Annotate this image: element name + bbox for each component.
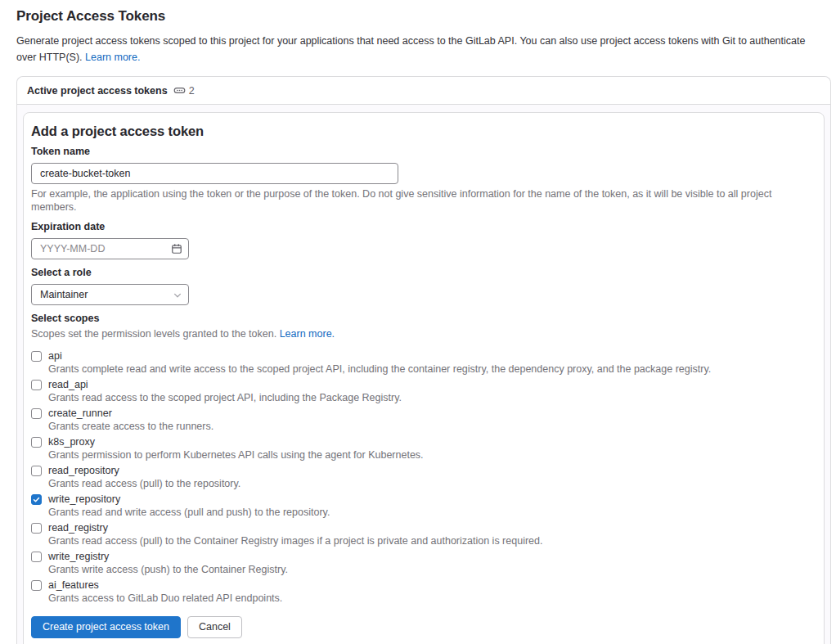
active-tokens-card-body: Add a project access token Token name Fo… [17,105,830,644]
scope-item-write-registry: write_registry Grants write access (push… [31,551,816,576]
scope-name[interactable]: api [48,350,62,363]
scope-checkbox[interactable] [31,523,42,534]
scope-name[interactable]: ai_features [48,579,99,592]
scope-checkbox[interactable] [31,380,42,390]
page-description: Generate project access tokens scoped to… [16,33,822,65]
scope-checkbox[interactable] [31,466,42,476]
page-title: Project Access Tokens [16,8,831,25]
scope-item-create-runner: create_runner Grants create access to th… [31,408,816,433]
token-name-group: Token name For example, the application … [31,146,816,214]
scope-checkbox[interactable] [31,437,42,448]
scope-checkbox[interactable] [31,408,42,419]
scope-item-read-api: read_api Grants read access to the scope… [31,379,816,404]
expiration-date-group: Expiration date [31,221,816,259]
token-name-input[interactable] [31,163,398,184]
token-count-badge: 2 [173,84,195,97]
role-selected-value: Maintainer [40,289,88,300]
token-name-label: Token name [31,146,816,158]
scope-description: Grants read access (pull) to the Contain… [48,535,813,547]
scope-item-k8s-proxy: k8s_proxy Grants permission to perform K… [31,436,816,462]
scope-name[interactable]: create_runner [48,408,112,420]
scope-checkbox[interactable] [31,494,42,505]
scopes-label: Select scopes [31,313,816,325]
scope-checkbox[interactable] [31,580,42,591]
scope-description: Grants read access to the scoped project… [48,392,813,404]
expiration-date-input[interactable] [31,238,189,259]
active-tokens-card-header: Active project access tokens 2 [17,77,830,105]
expiration-date-label: Expiration date [31,221,816,233]
scope-description: Grants access to GitLab Duo related API … [48,592,813,605]
scope-name[interactable]: k8s_proxy [48,436,95,448]
role-select[interactable]: Maintainer [31,284,189,305]
scope-name[interactable]: write_repository [48,493,120,506]
scope-description: Grants read and write access (pull and p… [48,507,813,519]
role-label: Select a role [31,267,816,279]
scope-description: Grants write access (push) to the Contai… [48,564,813,576]
scope-description: Grants complete read and write access to… [48,363,813,376]
active-tokens-card: Active project access tokens 2 Add a pro… [16,76,831,644]
scope-name[interactable]: read_registry [48,522,108,534]
scope-name[interactable]: read_api [48,379,88,391]
scope-name[interactable]: write_registry [48,551,109,563]
scopes-help-text: Scopes set the permission levels granted… [31,328,276,340]
scope-description: Grants create access to the runners. [48,421,813,433]
active-tokens-title: Active project access tokens [27,85,168,97]
scope-item-write-repository: write_repository Grants read and write a… [31,493,816,519]
scope-item-read-repository: read_repository Grants read access (pull… [31,465,816,490]
scope-item-ai-features: ai_features Grants access to GitLab Duo … [31,579,816,605]
scope-checkbox[interactable] [31,552,42,562]
scope-item-read-registry: read_registry Grants read access (pull) … [31,522,816,547]
form-actions: Create project access token Cancel [31,616,816,638]
chevron-down-icon [173,290,182,303]
cancel-button[interactable]: Cancel [187,616,242,638]
learn-more-link[interactable]: Learn more. [85,52,140,63]
add-token-form: Add a project access token Token name Fo… [23,112,825,644]
token-pill-icon [173,84,186,97]
form-title: Add a project access token [31,124,816,139]
scope-description: Grants permission to perform Kubernetes … [48,449,813,462]
scope-checkbox[interactable] [31,351,42,362]
scope-description: Grants read access (pull) to the reposit… [48,478,813,490]
create-token-button[interactable]: Create project access token [31,616,181,638]
scope-name[interactable]: read_repository [48,465,119,477]
scope-item-api: api Grants complete read and write acces… [31,350,816,376]
token-count-value: 2 [189,85,195,97]
scopes-group: Select scopes Scopes set the permission … [31,313,816,605]
token-name-help: For example, the application using the t… [31,187,816,214]
project-access-tokens-page: Project Access Tokens Generate project a… [0,0,836,644]
role-group: Select a role Maintainer [31,267,816,305]
scopes-learn-more-link[interactable]: Learn more. [280,328,335,340]
scopes-help: Scopes set the permission levels granted… [31,327,816,340]
